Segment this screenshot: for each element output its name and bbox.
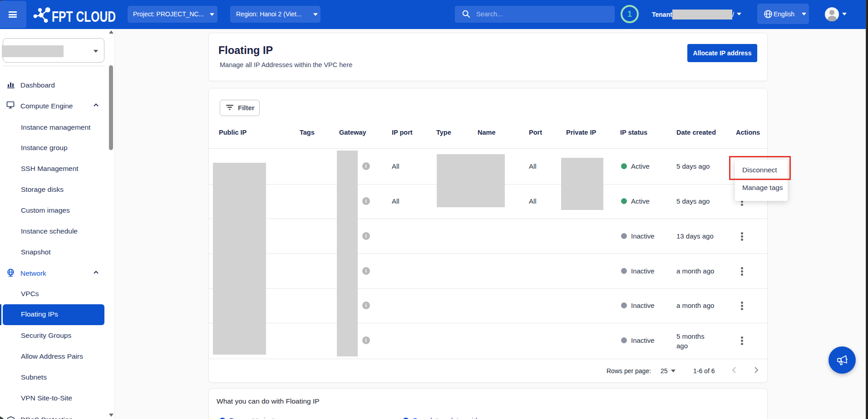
svg-text:FPT CLOUD: FPT CLOUD	[52, 8, 116, 24]
